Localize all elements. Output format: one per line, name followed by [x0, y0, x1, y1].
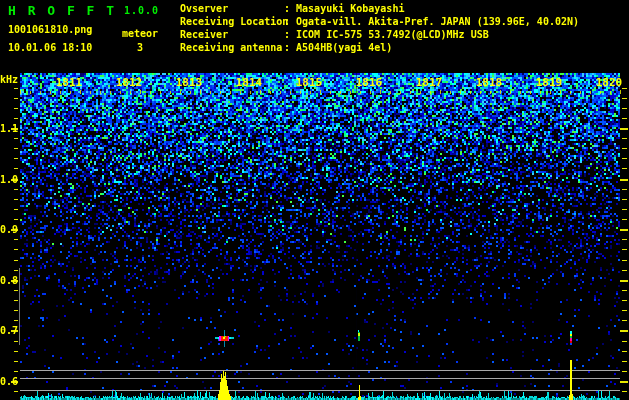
station-info-block: Ovserver: Masayuki KobayashiReceiving Lo…: [180, 2, 579, 54]
label-value-separator: :: [284, 29, 296, 40]
x-time-label: 1814: [234, 77, 264, 89]
station-info-label: Ovserver: [180, 2, 284, 15]
station-info-value: A504HB(yagi 4el): [296, 42, 392, 53]
file-name: 1001061810.png: [8, 24, 92, 35]
x-time-label: 1812: [114, 77, 144, 89]
y-tick-label: 1.1: [0, 123, 14, 134]
station-info-row: Receiving antenna: A504HB(yagi 4el): [180, 41, 579, 54]
x-time-label: 1811: [54, 77, 84, 89]
x-time-label: 1819: [534, 77, 564, 89]
label-value-separator: :: [284, 42, 296, 53]
station-info-value: ICOM IC-575 53.7492(@LCD)MHz USB: [296, 29, 489, 40]
y-tick-label: 0.7: [0, 325, 14, 336]
station-info-value: Masayuki Kobayashi: [296, 3, 404, 14]
y-tick-label: 0.9: [0, 224, 14, 235]
spectrogram-canvas: [0, 0, 629, 400]
y-tick-label: 0.6: [0, 376, 14, 387]
x-time-label: 1817: [414, 77, 444, 89]
station-info-label: Receiving antenna: [180, 41, 284, 54]
label-value-separator: :: [284, 3, 296, 14]
y-axis-unit-label: kHz: [0, 74, 18, 85]
station-info-row: Receiver: ICOM IC-575 53.7492(@LCD)MHz U…: [180, 28, 579, 41]
station-info-label: Receiving Location: [180, 15, 284, 28]
hrofft-output: H R O F F T 1.0.0 1001061810.png meteor …: [0, 0, 629, 400]
app-title: H R O F F T: [8, 3, 116, 18]
station-info-value: Ogata-vill. Akita-Pref. JAPAN (139.96E, …: [296, 16, 579, 27]
x-time-label: 1813: [174, 77, 204, 89]
x-time-label: 1816: [354, 77, 384, 89]
mode-label: meteor: [122, 28, 158, 39]
meteor-count-value: 3: [137, 42, 143, 53]
y-tick-label: 0.8: [0, 275, 14, 286]
file-datetime: 10.01.06 18:10: [8, 42, 92, 53]
x-time-label: 1815: [294, 77, 324, 89]
x-time-label: 1818: [474, 77, 504, 89]
station-info-label: Receiver: [180, 28, 284, 41]
x-time-label: 1820: [594, 77, 624, 89]
station-info-row: Ovserver: Masayuki Kobayashi: [180, 2, 579, 15]
y-tick-label: 1.0: [0, 174, 14, 185]
label-value-separator: :: [284, 16, 296, 27]
app-version: 1.0.0: [124, 5, 159, 16]
station-info-row: Receiving Location: Ogata-vill. Akita-Pr…: [180, 15, 579, 28]
